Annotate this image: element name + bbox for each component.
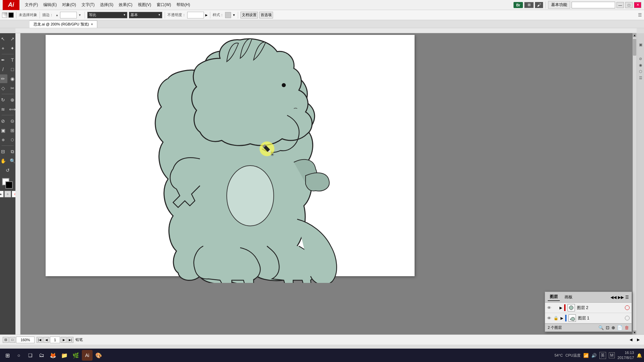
start-button[interactable]: ⊞	[2, 350, 13, 361]
line-tool[interactable]: /	[0, 65, 7, 74]
blob-tool[interactable]: ◉	[8, 74, 15, 83]
rotate-tool[interactable]: ↻	[0, 96, 7, 104]
warp-tool[interactable]: ≋	[0, 105, 7, 114]
layers-prev-icon[interactable]: ◀◀	[610, 295, 616, 300]
hand-tool[interactable]: ✋	[0, 157, 7, 165]
delete-layer-icon[interactable]: 🗑	[625, 325, 629, 330]
background-color[interactable]	[5, 181, 13, 189]
gradient-tool[interactable]: ▣	[0, 126, 7, 135]
stroke-up-icon[interactable]: ▲	[55, 13, 59, 17]
next-page-button[interactable]: ▶	[61, 337, 67, 343]
menu-edit[interactable]: 编辑(E)	[41, 1, 59, 9]
locate-object-icon[interactable]: 🔍	[598, 325, 604, 330]
none-swatch[interactable]: ∅	[12, 191, 15, 197]
layers-next-icon[interactable]: ▶▶	[618, 295, 624, 300]
layers-menu-icon[interactable]: ☰	[625, 295, 629, 300]
create-new-layer-icon[interactable]: 📄	[617, 325, 623, 330]
swap-colors-icon[interactable]: ⇆	[0, 191, 4, 197]
search-input[interactable]	[572, 2, 615, 8]
shape-builder-tool[interactable]: ⊕	[0, 135, 7, 144]
last-page-button[interactable]: ▶|	[67, 337, 73, 343]
pencil-tool[interactable]: ✏	[0, 74, 7, 83]
layer-1-name[interactable]: 图层 1	[578, 315, 623, 321]
menu-window[interactable]: 窗口(W)	[154, 1, 174, 9]
eyedropper-tool[interactable]: ⊘	[0, 117, 7, 125]
layers-tab[interactable]: 图层	[548, 293, 560, 301]
menu-select[interactable]: 选择(S)	[97, 1, 116, 9]
layer-1-visibility-toggle[interactable]: 👁	[547, 316, 551, 321]
style-swatch[interactable]	[225, 12, 231, 18]
task-view-button[interactable]: ❑	[25, 350, 36, 361]
artboards-tab[interactable]: 画板	[562, 294, 575, 301]
taskbar-firefox[interactable]: 🦊	[48, 350, 58, 361]
default-colors-icon[interactable]: ○	[4, 191, 11, 197]
width-tool[interactable]: ⟺	[8, 105, 15, 114]
direct-selection-tool[interactable]: ↗	[8, 35, 15, 43]
stroke-profile-selector[interactable]: 基本 ▼	[129, 12, 162, 18]
layer-1-target-circle[interactable]	[625, 316, 630, 320]
doc-setup-button[interactable]: 文档设置	[240, 12, 258, 18]
zoom-input[interactable]	[16, 337, 35, 343]
v-scroll-up[interactable]: ▲	[633, 33, 636, 37]
stroke-swatch[interactable]	[2, 12, 7, 18]
arrange-icon[interactable]: ☰	[638, 12, 642, 17]
language-icon[interactable]: 英	[599, 352, 606, 359]
make-clip-mask-icon[interactable]: ⊡	[606, 325, 609, 330]
document-tab[interactable]: 恐龙.ai @ 200% (RGB/GPU 预览) ×	[30, 20, 97, 28]
preview-mode-icon[interactable]: □	[9, 337, 15, 343]
minimize-button[interactable]: —	[616, 2, 624, 8]
taskbar-app1[interactable]: 🌿	[70, 350, 81, 361]
layer-1-lock-icon[interactable]: 🔒	[553, 316, 558, 320]
taskbar-explorer[interactable]: 🗂	[36, 350, 47, 361]
tab-close-button[interactable]: ×	[91, 22, 93, 26]
preset-dropdown[interactable]: 基本功能	[548, 1, 570, 9]
scissors-tool[interactable]: ✂	[8, 84, 15, 93]
taskbar-illustrator[interactable]: Ai	[82, 350, 93, 361]
network-icon[interactable]: 📶	[583, 353, 589, 358]
layer-2-visibility-toggle[interactable]: 👁	[547, 305, 551, 310]
lasso-tool[interactable]: ⌖	[0, 44, 7, 53]
paint-icon[interactable]: 🖌	[535, 2, 543, 8]
canvas-options-icon[interactable]: ⊟	[3, 337, 9, 343]
status-scroll-right[interactable]: ▶	[635, 337, 641, 343]
screen-mode-icon[interactable]: ⊞	[524, 2, 534, 8]
taskbar-files[interactable]: 📁	[59, 350, 70, 361]
menu-view[interactable]: 视图(V)	[135, 1, 154, 9]
fill-swatch[interactable]	[8, 12, 14, 18]
layer-2-target-circle[interactable]	[625, 305, 630, 310]
v-scrollbar[interactable]: ▲ ▼	[633, 33, 637, 335]
preferences-button[interactable]: 首选项	[259, 12, 273, 18]
scale-tool[interactable]: ⊕	[8, 96, 15, 104]
stroke-down-icon[interactable]: ▼	[77, 13, 82, 17]
page-number-input[interactable]	[50, 337, 60, 343]
search-button[interactable]: ○	[13, 350, 24, 361]
right-symbols-icon[interactable]: ◉	[639, 63, 642, 67]
volume-icon[interactable]: 🔊	[591, 353, 597, 358]
zoom-tool[interactable]: 🔍	[8, 157, 15, 165]
status-scroll-left[interactable]: ◀	[628, 337, 634, 343]
magic-wand-tool[interactable]: ✦	[8, 44, 15, 53]
style-arrow[interactable]: ▼	[232, 13, 235, 17]
text-tool[interactable]: T	[8, 56, 15, 64]
artboard-tool[interactable]: ⊟	[0, 147, 7, 156]
layer-1-expand-icon[interactable]: ▶	[560, 316, 563, 320]
layer-2-name[interactable]: 图层 2	[577, 305, 623, 311]
menu-effects[interactable]: 效果(C)	[116, 1, 135, 9]
menu-text[interactable]: 文字(T)	[79, 1, 97, 9]
rotate-view-tool[interactable]: ↺	[3, 166, 12, 175]
maximize-button[interactable]: □	[625, 2, 633, 8]
slice-tool[interactable]: ⧉	[8, 147, 15, 156]
input-method-icon[interactable]: M	[609, 352, 615, 358]
right-appearance-icon[interactable]: ☰	[639, 76, 642, 80]
stroke-value-input[interactable]: 3 pt	[60, 12, 77, 18]
right-brushes-icon[interactable]: ⊘	[639, 57, 642, 61]
measure-tool[interactable]: ⊝	[8, 117, 15, 125]
first-page-button[interactable]: |◀	[37, 337, 43, 343]
taskbar-app2[interactable]: 🎨	[93, 350, 104, 361]
layer-2-expand-icon[interactable]: ▶	[559, 306, 562, 310]
opacity-input[interactable]: 100%	[187, 12, 204, 18]
opacity-arrow[interactable]: ▶	[205, 13, 208, 17]
mesh-tool[interactable]: ⊞	[8, 126, 15, 135]
stroke-dash-selector[interactable]: 等比 ▼	[87, 12, 127, 18]
close-button[interactable]: ✕	[634, 2, 641, 8]
